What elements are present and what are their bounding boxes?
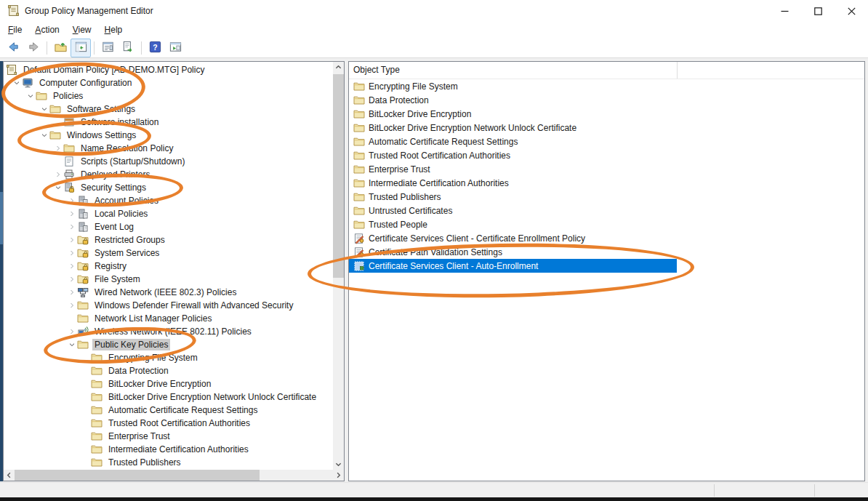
help-button[interactable]: ?	[145, 39, 165, 57]
list-item-trusted-root-certification-authorities[interactable]: Trusted Root Certification Authorities	[349, 148, 677, 162]
tree-item-wired-network-ieee-802-3-policies[interactable]: Wired Network (IEEE 802.3) Policies	[4, 286, 333, 299]
menu-view[interactable]: View	[66, 22, 98, 39]
chevron-right-icon[interactable]	[66, 221, 77, 233]
tree-item-restricted-groups[interactable]: Restricted Groups	[4, 233, 333, 247]
tree-item-computer-configuration[interactable]: Computer Configuration	[4, 76, 333, 89]
tree-item-policies[interactable]: Policies	[4, 89, 333, 103]
list-item-enterprise-trust[interactable]: Enterprise Trust	[349, 162, 677, 176]
tree-item-label: File System	[92, 273, 142, 285]
tree-horizontal-scrollbar[interactable]	[4, 470, 344, 481]
tree-item-enterprise-trust[interactable]: Enterprise Trust	[4, 430, 333, 443]
tree-item-security-settings[interactable]: Security Settings	[4, 181, 333, 194]
scroll-left-button[interactable]	[4, 470, 15, 481]
tree-item-local-policies[interactable]: Local Policies	[4, 207, 333, 220]
tree-item-bitlocker-drive-encryption-network-unlock-certificate[interactable]: BitLocker Drive Encryption Network Unloc…	[4, 390, 333, 404]
chevron-down-icon[interactable]	[25, 90, 36, 102]
menu-file[interactable]: File	[1, 22, 28, 39]
chevron-right-icon[interactable]	[52, 143, 63, 154]
list-item-trusted-people[interactable]: Trusted People	[349, 217, 677, 231]
tree-item-software-installation[interactable]: Software installation	[4, 116, 333, 129]
list-item-intermediate-certification-authorities[interactable]: Intermediate Certification Authorities	[349, 176, 677, 190]
tree-item-bitlocker-drive-encryption[interactable]: BitLocker Drive Encryption	[4, 377, 333, 390]
back-icon	[7, 40, 20, 57]
list-header[interactable]: Object Type	[349, 62, 864, 79]
menu-help[interactable]: Help	[98, 22, 129, 39]
tree-item-trusted-root-certification-authorities[interactable]: Trusted Root Certification Authorities	[4, 417, 333, 430]
minimize-button[interactable]	[768, 0, 801, 22]
list-item-label: Data Protection	[369, 95, 429, 105]
object-type-column-header[interactable]: Object Type	[353, 65, 400, 75]
tree-item-windows-settings[interactable]: Windows Settings	[4, 129, 333, 142]
chevron-right-icon[interactable]	[66, 195, 77, 207]
tree-item-network-list-manager-policies[interactable]: Network List Manager Policies	[4, 312, 333, 325]
chevron-right-icon[interactable]	[66, 260, 77, 272]
tree-item-public-key-policies[interactable]: Public Key Policies	[4, 338, 333, 351]
show-console-tree-button[interactable]	[71, 39, 91, 57]
list-item-certificate-path-validation-settings[interactable]: Certificate Path Validation Settings	[349, 245, 677, 259]
list-item-label: BitLocker Drive Encryption Network Unloc…	[369, 123, 576, 133]
tree-vertical-scroll-thumb[interactable]	[333, 74, 344, 278]
up-one-level-button[interactable]	[50, 39, 71, 57]
tree-item-event-log[interactable]: Event Log	[4, 220, 333, 233]
list-item-certificate-services-client-auto-enrollment[interactable]: Certificate Services Client - Auto-Enrol…	[349, 259, 677, 273]
tree-item-data-protection[interactable]: Data Protection	[4, 364, 333, 377]
tree-vertical-scrollbar[interactable]	[333, 62, 344, 470]
tree-item-windows-defender-firewall-with-advanced-security[interactable]: Windows Defender Firewall with Advanced …	[4, 299, 333, 312]
chevron-down-icon[interactable]	[11, 77, 22, 89]
tree-item-scripts-startup-shutdown[interactable]: Scripts (Startup/Shutdown)	[4, 155, 333, 168]
tree-item-deployed-printers[interactable]: Deployed Printers	[4, 168, 333, 181]
new-window-button[interactable]	[165, 39, 185, 57]
scroll-up-button[interactable]	[333, 62, 344, 73]
menu-action[interactable]: Action	[28, 22, 65, 39]
chevron-down-icon[interactable]	[66, 339, 77, 350]
list-item-untrusted-certificates[interactable]: Untrusted Certificates	[349, 204, 677, 217]
folder-icon	[77, 339, 89, 350]
back-button[interactable]	[3, 39, 23, 57]
chevron-right-icon[interactable]	[52, 169, 63, 180]
properties-button[interactable]	[97, 39, 118, 57]
folder-icon	[49, 103, 61, 115]
tree-item-account-policies[interactable]: Account Policies	[4, 194, 333, 207]
chevron-down-icon[interactable]	[39, 129, 49, 141]
list-item-bitlocker-drive-encryption-network-unlock-certificate[interactable]: BitLocker Drive Encryption Network Unloc…	[349, 121, 677, 135]
tree-item-registry[interactable]: Registry	[4, 260, 333, 273]
chevron-down-icon[interactable]	[39, 103, 49, 115]
tree-horizontal-scroll-thumb[interactable]	[15, 470, 260, 481]
tree-item-trusted-publishers[interactable]: Trusted Publishers	[4, 456, 333, 469]
list-item-encrypting-file-system[interactable]: Encrypting File System	[349, 79, 677, 93]
tree-item-name-resolution-policy[interactable]: Name Resolution Policy	[4, 142, 333, 155]
list-item-trusted-publishers[interactable]: Trusted Publishers	[349, 190, 677, 204]
forward-button[interactable]	[23, 39, 44, 57]
tree-item-intermediate-certification-authorities[interactable]: Intermediate Certification Authorities	[4, 443, 333, 456]
chevron-right-icon[interactable]	[66, 247, 77, 259]
chevron-right-icon[interactable]	[66, 326, 77, 337]
tree-item-default-domain-policy-ad-demo-mtg-policy[interactable]: Default Domain Policy [AD.DEMO.MTG] Poli…	[4, 63, 333, 76]
tree-item-label: Automatic Certificate Request Settings	[106, 404, 260, 416]
tree-item-label: Network List Manager Policies	[92, 313, 214, 324]
chevron-right-icon[interactable]	[66, 234, 77, 246]
tree-item-automatic-certificate-request-settings[interactable]: Automatic Certificate Request Settings	[4, 404, 333, 417]
tree-item-system-services[interactable]: System Services	[4, 247, 333, 260]
scroll-down-button[interactable]	[333, 459, 344, 470]
server-icon	[77, 208, 89, 220]
close-button[interactable]	[835, 0, 868, 22]
scroll-right-button[interactable]	[333, 470, 344, 481]
printer-icon	[63, 169, 75, 180]
chevron-down-icon[interactable]	[52, 182, 63, 193]
column-separator[interactable]	[677, 62, 678, 79]
chevron-right-icon[interactable]	[66, 208, 77, 220]
tree-item-encrypting-file-system[interactable]: Encrypting File System	[4, 351, 333, 364]
list-item-data-protection[interactable]: Data Protection	[349, 93, 677, 107]
chevron-right-icon[interactable]	[66, 286, 77, 298]
chevron-right-icon[interactable]	[66, 273, 77, 285]
tree-item-software-settings[interactable]: Software Settings	[4, 103, 333, 116]
tree-item-file-system[interactable]: File System	[4, 273, 333, 286]
tree-item-wireless-network-ieee-802-11-policies[interactable]: Wireless Network (IEEE 802.11) Policies	[4, 325, 333, 338]
list-item-automatic-certificate-request-settings[interactable]: Automatic Certificate Request Settings	[349, 135, 677, 148]
chevron-right-icon[interactable]	[66, 300, 77, 311]
list-item-bitlocker-drive-encryption[interactable]: BitLocker Drive Encryption	[349, 107, 677, 121]
maximize-button[interactable]	[801, 0, 835, 22]
export-list-button[interactable]	[118, 39, 138, 57]
list-item-certificate-services-client-certificate-enrollment-policy[interactable]: Certificate Services Client - Certificat…	[349, 231, 677, 245]
tree-item-label: Registry	[92, 260, 129, 272]
